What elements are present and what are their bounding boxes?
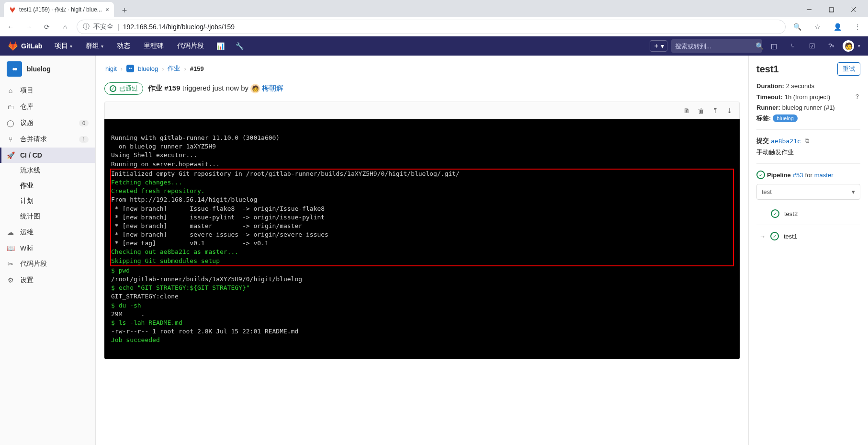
search-icon: 🔍 bbox=[755, 42, 764, 50]
sidebar-sub-jobs[interactable]: 作业 bbox=[0, 178, 95, 194]
admin-icon[interactable]: 🔧 bbox=[232, 38, 247, 54]
pipeline-link[interactable]: #53 bbox=[793, 171, 803, 179]
forward-button[interactable]: → bbox=[22, 20, 35, 34]
create-new-button[interactable]: ＋▾ bbox=[650, 40, 667, 52]
stage-dropdown[interactable]: test▾ bbox=[756, 184, 860, 200]
sidebar-item-repository[interactable]: 🗀仓库 bbox=[0, 99, 95, 115]
merge-requests-icon[interactable]: ⑂ bbox=[785, 38, 800, 54]
erase-log-icon[interactable]: 🗑 bbox=[695, 105, 707, 116]
sidebar-sub-schedules[interactable]: 计划 bbox=[0, 194, 95, 209]
nav-projects[interactable]: 项目▾ bbox=[50, 36, 77, 56]
nav-activity[interactable]: 动态 bbox=[112, 36, 135, 56]
terminal-toolbar: 🗎 🗑 ⤒ ⤓ bbox=[104, 102, 740, 119]
triggerer-name[interactable]: 梅朝辉 bbox=[262, 84, 283, 92]
sidebar-sub-pipelines[interactable]: 流水线 bbox=[0, 163, 95, 178]
minimize-button[interactable] bbox=[798, 2, 820, 17]
ops-icon: ☁ bbox=[7, 228, 14, 236]
bc-project[interactable]: bluelog bbox=[138, 65, 158, 72]
bc-group[interactable]: higit bbox=[105, 65, 117, 72]
svg-rect-1 bbox=[829, 8, 834, 12]
mr-icon: ⑂ bbox=[7, 136, 14, 143]
profile-icon[interactable]: 👤 bbox=[831, 20, 844, 34]
main-content: higit › •• bluelog › 作业 › #159 ✓ 已通过 作业 … bbox=[96, 56, 748, 445]
help-icon[interactable]: ？ bbox=[854, 92, 860, 101]
status-badge-passed: ✓ 已通过 bbox=[104, 82, 143, 95]
bc-job-id: #159 bbox=[190, 65, 204, 72]
search-icon[interactable]: 🔍 bbox=[790, 20, 804, 34]
nav-groups[interactable]: 群组▾ bbox=[81, 36, 108, 56]
back-button[interactable]: ← bbox=[4, 20, 17, 34]
sidebar-item-issues[interactable]: ◯议题0 bbox=[0, 115, 95, 131]
cicd-icon: 🚀 bbox=[7, 151, 14, 159]
tab-title: test1 (#159) · 作业 · higit / blue... bbox=[19, 6, 102, 14]
sidebar-item-settings[interactable]: ⚙设置 bbox=[0, 272, 95, 288]
breadcrumb: higit › •• bluelog › 作业 › #159 bbox=[104, 61, 740, 80]
mr-count: 1 bbox=[79, 136, 89, 143]
job-header: ✓ 已通过 作业 #159 triggered just now by 🧑 梅朝… bbox=[104, 80, 740, 102]
commit-link[interactable]: ae8ba21c bbox=[771, 137, 801, 145]
job-details-panel: test1 重试 Duration: 2 seconds Timeout: 1h… bbox=[748, 56, 868, 445]
scroll-top-icon[interactable]: ⤒ bbox=[710, 105, 721, 116]
sidebar-item-project[interactable]: ⌂项目 bbox=[0, 82, 95, 99]
tag-chip: bluelog bbox=[773, 114, 797, 122]
brand-text: GitLab bbox=[21, 42, 42, 50]
project-icon: •• bbox=[7, 61, 22, 77]
job-list-item-test1-current[interactable]: → ✓ test1 bbox=[756, 227, 860, 245]
repo-icon: 🗀 bbox=[7, 103, 14, 111]
url-field[interactable]: ⓘ 不安全 | 192.168.56.14/higit/bluelog/-/jo… bbox=[77, 20, 786, 34]
user-avatar[interactable]: 🧑 bbox=[843, 40, 854, 52]
home-icon: ⌂ bbox=[7, 87, 14, 94]
menu-icon[interactable]: ⋮ bbox=[851, 20, 864, 34]
home-button[interactable]: ⌂ bbox=[58, 20, 72, 34]
address-bar: ← → ⟳ ⌂ ⓘ 不安全 | 192.168.56.14/higit/blue… bbox=[0, 17, 868, 36]
download-log-icon[interactable]: 🗎 bbox=[681, 105, 692, 116]
sidebar-item-merge-requests[interactable]: ⑂合并请求1 bbox=[0, 131, 95, 148]
help-icon[interactable]: ?▾ bbox=[823, 38, 839, 54]
issues-icon[interactable]: ◫ bbox=[766, 38, 781, 54]
sidebar-project-header[interactable]: •• bluelog bbox=[0, 56, 95, 82]
bookmark-icon[interactable]: ☆ bbox=[811, 20, 824, 34]
retry-button[interactable]: 重试 bbox=[837, 62, 860, 76]
url-text: 192.168.56.14/higit/bluelog/-/jobs/159 bbox=[123, 23, 235, 31]
copy-icon[interactable]: ⧉ bbox=[805, 137, 809, 145]
insecure-label: 不安全 bbox=[93, 23, 113, 31]
search-input[interactable] bbox=[675, 43, 755, 50]
job-list-item-test2[interactable]: ✓ test2 bbox=[756, 205, 860, 223]
bc-project-icon: •• bbox=[126, 65, 134, 72]
bc-section[interactable]: 作业 bbox=[168, 64, 180, 73]
header-search[interactable]: 🔍 bbox=[671, 39, 762, 53]
project-name: bluelog bbox=[27, 65, 51, 73]
snippets-icon: ✂ bbox=[7, 260, 14, 268]
info-icon: ⓘ bbox=[83, 23, 90, 31]
nav-milestones[interactable]: 里程碑 bbox=[139, 36, 169, 56]
triggerer-avatar[interactable]: 🧑 bbox=[250, 84, 260, 93]
close-window-button[interactable] bbox=[842, 2, 864, 17]
nav-snippets[interactable]: 代码片段 bbox=[172, 36, 209, 56]
job-log-terminal[interactable]: Running with gitlab-runner 11.10.0 (3001… bbox=[104, 119, 740, 359]
gitlab-logo[interactable]: GitLab bbox=[8, 41, 42, 51]
job-title: 作业 #159 triggered just now by 🧑 梅朝辉 bbox=[148, 84, 283, 93]
new-tab-button[interactable]: + bbox=[118, 4, 131, 17]
maximize-button[interactable] bbox=[820, 2, 842, 17]
branch-link[interactable]: master bbox=[814, 171, 834, 179]
gitlab-favicon bbox=[9, 6, 16, 13]
close-icon[interactable]: × bbox=[105, 6, 109, 13]
gear-icon: ⚙ bbox=[7, 276, 14, 284]
sidebar-item-wiki[interactable]: 📖Wiki bbox=[0, 240, 95, 256]
browser-tab-strip: test1 (#159) · 作业 · higit / blue... × + bbox=[0, 0, 868, 17]
sidebar-sub-charts[interactable]: 统计图 bbox=[0, 209, 95, 224]
window-controls bbox=[798, 2, 864, 17]
job-name-title: test1 bbox=[756, 64, 779, 75]
sidebar-item-snippets[interactable]: ✂代码片段 bbox=[0, 256, 95, 272]
analytics-icon[interactable]: 📊 bbox=[213, 38, 228, 54]
sidebar-item-operations[interactable]: ☁运维 bbox=[0, 224, 95, 240]
scroll-bottom-icon[interactable]: ⤓ bbox=[724, 105, 735, 116]
browser-tab[interactable]: test1 (#159) · 作业 · higit / blue... × bbox=[4, 2, 114, 17]
reload-button[interactable]: ⟳ bbox=[40, 20, 54, 34]
pipeline-status-icon: ✓ bbox=[756, 171, 765, 179]
sidebar-item-cicd[interactable]: 🚀CI / CD bbox=[0, 148, 95, 163]
arrow-right-icon: → bbox=[759, 233, 766, 240]
check-icon: ✓ bbox=[110, 85, 116, 92]
gitlab-header: GitLab 项目▾ 群组▾ 动态 里程碑 代码片段 📊 🔧 ＋▾ 🔍 ◫ ⑂ … bbox=[0, 36, 868, 56]
todos-icon[interactable]: ☑ bbox=[804, 38, 820, 54]
